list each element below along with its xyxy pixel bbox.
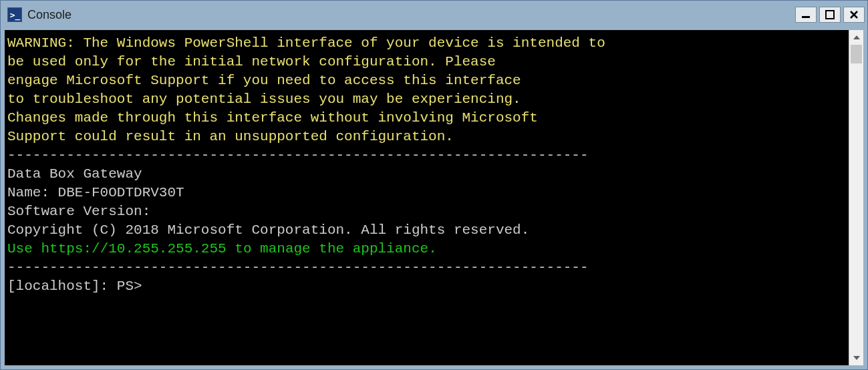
copyright: Copyright (C) 2018 Microsoft Corporation… — [7, 222, 529, 238]
minimize-button[interactable] — [795, 7, 817, 23]
warning-line-5: Changes made through this interface with… — [7, 110, 538, 126]
scroll-down-arrow[interactable] — [849, 351, 863, 365]
console-window: >_ Console WARNING: The Wind — [0, 0, 868, 370]
close-button[interactable] — [843, 7, 865, 23]
warning-line-6: Support could result in an unsupported c… — [7, 129, 454, 144]
minimize-icon — [801, 10, 811, 19]
warning-line-1: WARNING: The Windows PowerShell interfac… — [7, 35, 605, 51]
warning-line-3: engage Microsoft Support if you need to … — [7, 73, 521, 88]
manage-prefix: Use — [7, 241, 41, 256]
ps-prompt: [localhost]: PS> — [7, 279, 142, 294]
close-icon — [849, 10, 859, 19]
warning-line-4: to troubleshoot any potential issues you… — [7, 91, 521, 107]
scroll-up-arrow[interactable] — [849, 30, 863, 45]
maximize-button[interactable] — [819, 7, 841, 23]
console-wrapper: WARNING: The Windows PowerShell interfac… — [1, 29, 867, 369]
scroll-thumb[interactable] — [851, 45, 862, 63]
device-name: Name: DBE-F0ODTDRV30T — [7, 185, 184, 200]
vertical-scrollbar[interactable] — [849, 30, 863, 365]
maximize-icon — [825, 10, 835, 19]
scroll-track[interactable] — [849, 45, 863, 351]
powershell-icon: >_ — [7, 7, 22, 22]
window-controls — [795, 7, 865, 23]
svg-rect-1 — [826, 11, 834, 19]
chevron-down-icon — [853, 356, 860, 360]
manage-url: https://10.255.255.255 — [41, 241, 235, 256]
warning-line-2: be used only for the initial network con… — [7, 54, 496, 69]
console-output[interactable]: WARNING: The Windows PowerShell interfac… — [5, 30, 849, 365]
window-title: Console — [27, 8, 71, 22]
titlebar-left: >_ Console — [7, 7, 71, 22]
titlebar[interactable]: >_ Console — [1, 1, 867, 29]
chevron-up-icon — [853, 35, 860, 39]
product-name: Data Box Gateway — [7, 166, 142, 182]
manage-suffix: to manage the appliance. — [235, 241, 436, 256]
svg-rect-0 — [802, 16, 810, 18]
separator-1: ----------------------------------------… — [7, 148, 589, 163]
software-version: Software Version: — [7, 204, 150, 219]
separator-2: ----------------------------------------… — [7, 260, 589, 275]
